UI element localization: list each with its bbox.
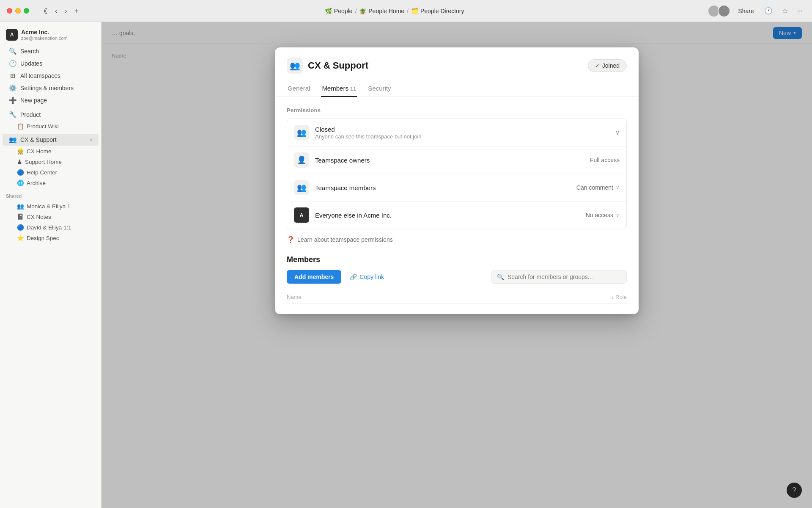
owners-permission-action: Full access — [590, 157, 620, 163]
back-button[interactable]: ‹ — [52, 5, 60, 17]
more-button[interactable]: ··· — [795, 6, 805, 17]
table-name-col-header: Name — [287, 294, 612, 300]
members-permission-title: Teamspace members — [315, 184, 576, 191]
sidebar-design-spec-label: Design Spec — [27, 235, 59, 241]
sidebar-product-label: Product — [20, 111, 93, 118]
breadcrumb-people-directory[interactable]: 🗂️ People Directory — [411, 8, 464, 14]
people-directory-icon: 🗂️ — [411, 8, 418, 14]
permission-closed-row[interactable]: 👥 Closed Anyone can see this teamspace b… — [287, 119, 626, 146]
monica-icon: 👥 — [17, 203, 24, 210]
members-permission-action[interactable]: Can comment ∨ — [576, 184, 620, 191]
updates-icon: 🕐 — [8, 60, 17, 67]
chevron-down-icon: ∨ — [89, 137, 93, 143]
sidebar-help-center-label: Help Center — [27, 169, 57, 176]
modal-header: 👥 CX & Support ✓ Joined — [275, 47, 639, 74]
learn-permissions-link[interactable]: ❓ Learn about teamspace permissions — [287, 236, 627, 243]
titlebar: ⟪ ‹ › + 🌿 People / 🪴 People Home / 🗂️ Pe… — [0, 0, 812, 22]
breadcrumb-people-directory-label: People Directory — [420, 8, 464, 14]
modal-title-row: 👥 CX & Support — [287, 58, 368, 74]
sidebar-toggle-button[interactable]: ⟪ — [41, 5, 50, 17]
search-icon: 🔍 — [8, 47, 17, 55]
sidebar-support-home-label: Support Home — [25, 159, 62, 165]
sidebar-item-cx-support[interactable]: 👥 CX & Support ∨ — [3, 134, 99, 146]
joined-button[interactable]: ✓ Joined — [588, 59, 627, 72]
permission-owners-row: 👤 Teamspace owners Full access — [287, 146, 626, 174]
favorite-button[interactable]: ☆ — [779, 5, 790, 17]
sidebar: A Acme Inc. zoe@makenotion.com 🔍 Search … — [0, 22, 102, 508]
avatar-2 — [718, 5, 730, 17]
members-permission-icon: 👥 — [294, 180, 309, 195]
breadcrumb-people-home-label: People Home — [368, 8, 404, 14]
sort-icon: ↓ — [612, 295, 614, 300]
sidebar-search-label: Search — [20, 48, 93, 55]
sidebar-monica-label: Monica & Elliya 1 — [27, 203, 71, 210]
everyone-permission-content: Everyone else in Acme Inc. — [315, 212, 586, 219]
david-icon: 🔵 — [17, 224, 24, 231]
avatar-group — [708, 5, 730, 17]
members-permission-content: Teamspace members — [315, 184, 576, 191]
sidebar-child-product-wiki[interactable]: 📋 Product Wiki — [3, 121, 99, 131]
sidebar-archive-label: Archive — [27, 180, 46, 186]
sidebar-shared-section: 👥 Monica & Elliya 1 📓 CX Notes 🔵 David &… — [0, 200, 101, 244]
members-count-badge: 11 — [350, 86, 356, 92]
search-icon: 🔍 — [497, 273, 504, 280]
closed-permission-chevron[interactable]: ∨ — [615, 129, 620, 136]
content-area: … goals, New ▾ Name 👥 CX & Support — [102, 22, 812, 508]
check-icon: ✓ — [595, 63, 600, 69]
breadcrumb-people-home[interactable]: 🪴 People Home — [359, 8, 404, 14]
sidebar-item-settings[interactable]: ⚙️ Settings & members — [3, 82, 99, 94]
member-search-input[interactable] — [508, 273, 621, 280]
new-tab-button[interactable]: + — [72, 5, 81, 17]
owners-access-label: Full access — [590, 157, 620, 163]
sidebar-settings-label: Settings & members — [20, 85, 93, 91]
close-button[interactable] — [7, 8, 12, 14]
sidebar-item-all-teamspaces[interactable]: ⊞ All teamspaces — [3, 70, 99, 82]
role-col-label: Role — [615, 294, 627, 300]
fullscreen-button[interactable] — [24, 8, 29, 14]
sidebar-shared-cx-notes[interactable]: 📓 CX Notes — [3, 212, 99, 222]
table-role-col-header[interactable]: ↓ Role — [612, 294, 627, 300]
sidebar-shared-design-spec[interactable]: ⭐ Design Spec — [3, 233, 99, 243]
sidebar-item-new-page[interactable]: ➕ New page — [3, 94, 99, 106]
minimize-button[interactable] — [15, 8, 21, 14]
modal-overlay[interactable]: 👥 CX & Support ✓ Joined General Members1… — [102, 22, 812, 508]
breadcrumb-people[interactable]: 🌿 People — [325, 8, 353, 14]
tab-general[interactable]: General — [287, 80, 311, 97]
sidebar-cx-notes-label: CX Notes — [27, 214, 51, 220]
everyone-permission-title: Everyone else in Acme Inc. — [315, 212, 586, 219]
history-button[interactable]: 🕐 — [762, 5, 775, 17]
members-section-title: Members — [287, 255, 627, 264]
sidebar-shared-monica[interactable]: 👥 Monica & Elliya 1 — [3, 201, 99, 211]
closed-permission-content: Closed Anyone can see this teamspace but… — [315, 126, 615, 140]
sidebar-shared-david[interactable]: 🔵 David & Elliya 1:1 — [3, 222, 99, 232]
forward-button[interactable]: › — [62, 5, 69, 17]
owners-permission-icon: 👤 — [294, 152, 309, 168]
all-teamspaces-icon: ⊞ — [8, 72, 17, 80]
tab-members[interactable]: Members11 — [321, 80, 357, 97]
breadcrumb-people-label: People — [334, 8, 353, 14]
sidebar-child-cx-home[interactable]: 👷 CX Home — [3, 146, 99, 156]
traffic-lights — [7, 8, 29, 14]
sidebar-cx-home-label: CX Home — [27, 148, 52, 155]
share-button[interactable]: Share — [735, 6, 757, 16]
everyone-permission-action[interactable]: No access ∨ — [586, 212, 620, 218]
closed-permission-title: Closed — [315, 126, 615, 133]
breadcrumb-sep-2: / — [407, 8, 409, 14]
sidebar-item-updates[interactable]: 🕐 Updates — [3, 58, 99, 69]
workspace-item[interactable]: A Acme Inc. zoe@makenotion.com — [0, 25, 101, 44]
sidebar-product-section: 🔧 Product 📋 Product Wiki — [0, 108, 101, 133]
sidebar-child-archive[interactable]: 🌐 Archive — [3, 178, 99, 188]
copy-link-button[interactable]: 🔗 Copy link — [346, 270, 388, 284]
add-members-button[interactable]: Add members — [287, 270, 341, 284]
sidebar-child-help-center[interactable]: 🔵 Help Center — [3, 167, 99, 177]
members-actions: Add members 🔗 Copy link 🔍 — [287, 270, 627, 284]
shared-label: Shared — [0, 189, 101, 200]
modal: 👥 CX & Support ✓ Joined General Members1… — [275, 47, 639, 314]
link-icon: 🔗 — [350, 273, 357, 280]
sidebar-item-product[interactable]: 🔧 Product — [3, 109, 99, 121]
tab-security[interactable]: Security — [367, 80, 392, 97]
sidebar-item-search[interactable]: 🔍 Search — [3, 45, 99, 57]
people-icon: 🌿 — [325, 8, 332, 14]
chevron-down-icon: ∨ — [615, 129, 620, 136]
sidebar-child-support-home[interactable]: ♟ Support Home — [3, 157, 99, 167]
